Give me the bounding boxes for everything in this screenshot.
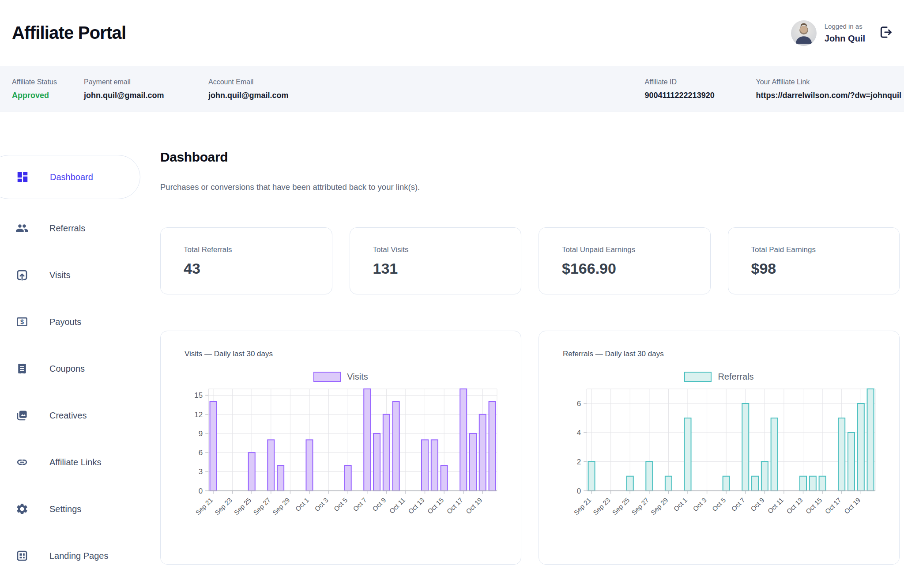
stat-value: 43 bbox=[184, 260, 328, 277]
stat-card-total-visits: Total Visits 131 bbox=[350, 227, 522, 294]
affiliate-status-value: Approved bbox=[12, 91, 84, 100]
sidebar-item-dashboard[interactable]: Dashboard bbox=[0, 155, 140, 199]
affiliate-status-field: Affiliate Status Approved bbox=[12, 78, 84, 100]
svg-text:2: 2 bbox=[577, 458, 581, 466]
dollar-card-icon: $ bbox=[15, 315, 29, 328]
affiliate-link-value[interactable]: https://darrelwilson.com/?dw=johnquil bbox=[756, 91, 901, 100]
sidebar-item-payouts[interactable]: $ Payouts bbox=[0, 309, 141, 335]
svg-text:Sep 25: Sep 25 bbox=[611, 496, 631, 516]
sidebar-item-label: Coupons bbox=[49, 364, 85, 374]
svg-text:3: 3 bbox=[199, 467, 203, 476]
sidebar-item-landing-pages[interactable]: Landing Pages bbox=[0, 543, 141, 569]
logout-button[interactable] bbox=[878, 25, 894, 41]
referrals-chart-card: Referrals — Daily last 30 days Referrals… bbox=[539, 331, 900, 565]
referrals-legend-label: Referrals bbox=[718, 372, 753, 382]
svg-text:Oct 5: Oct 5 bbox=[332, 496, 349, 513]
visits-chart-legend[interactable]: Visits bbox=[182, 372, 500, 382]
svg-text:Oct 11: Oct 11 bbox=[388, 496, 407, 515]
sidebar-item-settings[interactable]: Settings bbox=[0, 496, 141, 522]
svg-text:Oct 19: Oct 19 bbox=[464, 496, 483, 515]
svg-text:Sep 25: Sep 25 bbox=[233, 496, 253, 516]
sidebar-item-label: Referrals bbox=[49, 223, 85, 234]
sidebar-item-visits[interactable]: Visits bbox=[0, 262, 141, 288]
svg-text:Sep 23: Sep 23 bbox=[591, 496, 612, 516]
sidebar-item-label: Visits bbox=[49, 270, 70, 280]
user-avatar bbox=[791, 20, 817, 46]
svg-text:6: 6 bbox=[199, 449, 203, 457]
stat-label: Total Paid Earnings bbox=[751, 245, 895, 254]
sidebar-item-label: Creatives bbox=[49, 411, 87, 421]
affiliate-id-field: Affiliate ID 9004111222213920 bbox=[644, 78, 756, 100]
sidebar-item-coupons[interactable]: Coupons bbox=[0, 355, 141, 382]
svg-text:Oct 15: Oct 15 bbox=[804, 496, 823, 515]
gear-icon bbox=[15, 502, 29, 516]
referrals-chart-title: Referrals — Daily last 30 days bbox=[560, 350, 878, 358]
svg-text:Sep 23: Sep 23 bbox=[213, 496, 234, 516]
window-grid-icon bbox=[15, 549, 29, 562]
box-arrow-up-icon bbox=[15, 268, 29, 282]
people-icon bbox=[15, 222, 29, 235]
page-subtitle: Purchases or conversions that have been … bbox=[160, 182, 900, 192]
referrals-legend-swatch bbox=[684, 372, 712, 382]
svg-text:Oct 3: Oct 3 bbox=[313, 496, 329, 513]
svg-text:Sep 29: Sep 29 bbox=[649, 496, 670, 516]
header-user-area: Logged in as John Quil bbox=[791, 20, 894, 46]
stat-label: Total Unpaid Earnings bbox=[562, 245, 706, 254]
avatar-photo-icon bbox=[791, 20, 817, 46]
affiliate-info-bar: Affiliate Status Approved Payment email … bbox=[0, 66, 904, 112]
sidebar-item-label: Affiliate Links bbox=[49, 457, 101, 467]
svg-text:Oct 7: Oct 7 bbox=[730, 496, 746, 513]
sidebar-item-label: Dashboard bbox=[50, 172, 93, 182]
svg-text:Sep 27: Sep 27 bbox=[630, 496, 650, 516]
account-email-field: Account Email john.quil@gmail.com bbox=[208, 78, 644, 100]
svg-text:0: 0 bbox=[199, 487, 203, 495]
stat-value: $98 bbox=[751, 260, 895, 277]
svg-text:Sep 21: Sep 21 bbox=[572, 496, 592, 516]
account-email-value: john.quil@gmail.com bbox=[208, 91, 644, 100]
affiliate-link-field: Your Affiliate Link https://darrelwilson… bbox=[756, 78, 901, 100]
sidebar-item-label: Payouts bbox=[49, 317, 81, 327]
sidebar-item-label: Settings bbox=[49, 504, 81, 514]
stat-value: 131 bbox=[373, 260, 517, 277]
stat-value: $166.90 bbox=[562, 260, 706, 277]
receipt-icon bbox=[15, 362, 29, 375]
svg-text:Oct 3: Oct 3 bbox=[691, 496, 708, 513]
user-text: Logged in as John Quil bbox=[825, 23, 865, 44]
payment-email-field: Payment email john.quil@gmail.com bbox=[84, 78, 208, 100]
visits-chart-card: Visits — Daily last 30 days Visits 03691… bbox=[160, 331, 521, 565]
visits-legend-swatch bbox=[313, 372, 341, 382]
stat-label: Total Referrals bbox=[184, 245, 328, 254]
visits-bar-chart: 03691215Sep 21Sep 23Sep 25Sep 27Sep 29Oc… bbox=[182, 383, 500, 542]
svg-text:Oct 5: Oct 5 bbox=[711, 496, 727, 513]
visits-chart-title: Visits — Daily last 30 days bbox=[182, 350, 500, 358]
svg-text:Oct 13: Oct 13 bbox=[785, 496, 804, 515]
svg-text:Oct 1: Oct 1 bbox=[672, 496, 689, 513]
affiliate-id-value: 9004111222213920 bbox=[644, 91, 756, 100]
svg-text:12: 12 bbox=[194, 411, 203, 419]
referrals-bar-chart: 0246Sep 21Sep 23Sep 25Sep 27Sep 29Oct 1O… bbox=[560, 383, 878, 542]
stat-card-total-unpaid-earnings: Total Unpaid Earnings $166.90 bbox=[539, 227, 711, 294]
stat-label: Total Visits bbox=[373, 245, 517, 254]
dashboard-grid-icon bbox=[16, 170, 29, 184]
payment-email-label: Payment email bbox=[84, 78, 208, 86]
chain-link-icon bbox=[15, 456, 29, 469]
svg-text:0: 0 bbox=[577, 487, 581, 495]
svg-text:Oct 15: Oct 15 bbox=[426, 496, 445, 515]
stat-card-total-referrals: Total Referrals 43 bbox=[160, 227, 332, 294]
account-email-label: Account Email bbox=[208, 78, 644, 86]
affiliate-status-label: Affiliate Status bbox=[12, 78, 84, 86]
svg-text:4: 4 bbox=[577, 429, 581, 437]
sidebar-item-creatives[interactable]: Creatives bbox=[0, 402, 141, 429]
charts-row: Visits — Daily last 30 days Visits 03691… bbox=[160, 331, 900, 565]
sidebar-item-referrals[interactable]: Referrals bbox=[0, 215, 141, 241]
referrals-chart-legend[interactable]: Referrals bbox=[560, 372, 878, 382]
svg-text:Sep 21: Sep 21 bbox=[194, 496, 214, 516]
svg-text:15: 15 bbox=[194, 391, 203, 400]
stat-cards-row: Total Referrals 43 Total Visits 131 Tota… bbox=[160, 227, 900, 294]
svg-text:Oct 9: Oct 9 bbox=[749, 496, 765, 513]
sidebar-nav: Dashboard Referrals Visits $ bbox=[0, 112, 141, 588]
visits-legend-label: Visits bbox=[347, 372, 368, 382]
sidebar-item-affiliate-links[interactable]: Affiliate Links bbox=[0, 449, 141, 475]
svg-text:Oct 11: Oct 11 bbox=[766, 496, 785, 515]
logged-in-as-label: Logged in as bbox=[825, 23, 865, 30]
